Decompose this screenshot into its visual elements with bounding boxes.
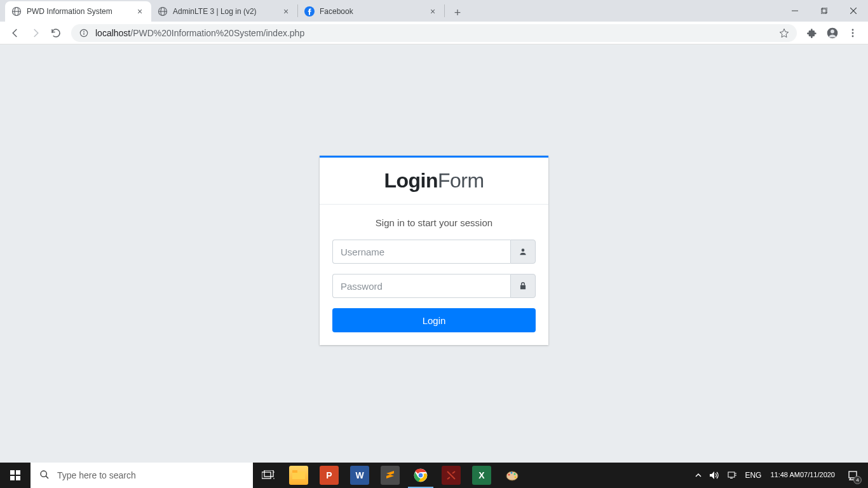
- svg-point-13: [83, 30, 85, 32]
- close-icon[interactable]: ×: [428, 6, 438, 17]
- svg-point-20: [522, 248, 525, 252]
- brand-title: LoginForm: [384, 169, 484, 192]
- windows-taskbar: Type here to search P W X: [0, 463, 868, 488]
- dota-icon[interactable]: [436, 463, 466, 488]
- taskbar-search[interactable]: Type here to search: [31, 463, 253, 488]
- svg-point-17: [852, 29, 854, 30]
- svg-point-39: [508, 474, 510, 476]
- url-path: /PWD%20Information%20System/index.php: [130, 28, 304, 38]
- tab-title: Facebook: [320, 7, 424, 16]
- svg-point-19: [852, 35, 854, 37]
- clock-date: 07/11/2020: [800, 471, 835, 480]
- paint-icon[interactable]: [497, 463, 527, 488]
- excel-icon[interactable]: X: [466, 463, 497, 488]
- lock-icon: [510, 274, 536, 298]
- globe-icon: [158, 6, 168, 17]
- password-input[interactable]: [332, 274, 510, 298]
- svg-rect-28: [262, 472, 271, 478]
- clock-time: 11:48 AM: [770, 471, 799, 480]
- close-window-button[interactable]: [839, 0, 868, 22]
- word-icon[interactable]: W: [344, 463, 375, 488]
- svg-rect-23: [16, 470, 20, 475]
- close-icon[interactable]: ×: [281, 6, 291, 17]
- task-icons: P W X: [253, 463, 527, 488]
- svg-rect-44: [730, 478, 733, 478]
- start-button[interactable]: [0, 463, 31, 488]
- browser-tab-active[interactable]: PWD Information System ×: [5, 1, 151, 22]
- login-card: LoginForm Sign in to start your session …: [320, 156, 548, 345]
- address-bar[interactable]: localhost/PWD%20Information%20System/ind…: [71, 24, 797, 42]
- username-input[interactable]: [332, 240, 510, 264]
- tab-title: PWD Information System: [27, 7, 131, 16]
- username-group: [332, 240, 536, 264]
- profile-icon[interactable]: [822, 23, 843, 43]
- facebook-icon: [304, 6, 315, 17]
- notification-badge: 4: [853, 476, 862, 484]
- svg-rect-25: [16, 476, 20, 480]
- network-icon[interactable]: [723, 463, 741, 488]
- system-tray: ENG 11:48 AM 07/11/2020 4: [691, 463, 868, 488]
- login-card-header: LoginForm: [320, 158, 548, 205]
- user-icon: [510, 240, 536, 264]
- taskbar-clock[interactable]: 11:48 AM 07/11/2020: [765, 463, 840, 488]
- svg-rect-29: [264, 470, 273, 477]
- browser-toolbar: localhost/PWD%20Information%20System/ind…: [0, 22, 868, 44]
- login-card-body: Sign in to start your session Login: [320, 205, 548, 345]
- svg-rect-8: [821, 9, 826, 14]
- kebab-menu-icon[interactable]: [843, 23, 863, 43]
- extensions-icon[interactable]: [802, 23, 822, 43]
- new-tab-button[interactable]: +: [449, 4, 466, 22]
- powerpoint-icon[interactable]: P: [314, 463, 344, 488]
- svg-point-41: [514, 473, 516, 475]
- login-message: Sign in to start your session: [332, 217, 536, 228]
- window-controls: [780, 0, 868, 22]
- search-placeholder: Type here to search: [57, 470, 136, 480]
- maximize-button[interactable]: [810, 0, 839, 22]
- close-icon[interactable]: ×: [135, 6, 145, 17]
- svg-rect-43: [728, 472, 735, 477]
- browser-tab[interactable]: AdminLTE 3 | Log in (v2) ×: [151, 1, 297, 22]
- svg-rect-24: [10, 476, 15, 480]
- tray-chevron-icon[interactable]: [691, 463, 705, 488]
- svg-point-42: [515, 477, 517, 478]
- notifications-icon[interactable]: 4: [840, 463, 865, 488]
- file-explorer-icon[interactable]: [283, 463, 314, 488]
- info-icon: [79, 28, 89, 38]
- page-viewport: LoginForm Sign in to start your session …: [0, 44, 868, 463]
- volume-icon[interactable]: [705, 463, 723, 488]
- reload-button[interactable]: [46, 23, 66, 43]
- forward-button[interactable]: [25, 23, 46, 43]
- search-icon: [39, 470, 50, 482]
- language-indicator[interactable]: ENG: [741, 463, 765, 488]
- svg-rect-9: [822, 8, 827, 13]
- browser-tab[interactable]: Facebook ×: [298, 1, 444, 22]
- svg-rect-33: [292, 470, 297, 473]
- svg-line-27: [46, 476, 48, 478]
- svg-point-26: [41, 471, 46, 477]
- bookmark-star-icon[interactable]: [779, 28, 789, 38]
- password-group: [332, 274, 536, 298]
- browser-tab-strip: PWD Information System × AdminLTE 3 | Lo…: [0, 0, 868, 22]
- url-host: localhost: [95, 28, 130, 38]
- login-button[interactable]: Login: [332, 308, 536, 332]
- svg-rect-22: [10, 470, 15, 475]
- svg-point-16: [831, 29, 834, 33]
- svg-point-40: [511, 472, 513, 474]
- svg-rect-21: [520, 285, 526, 289]
- chrome-icon[interactable]: [405, 463, 436, 488]
- task-view-icon[interactable]: [253, 463, 283, 488]
- tab-separator: [444, 4, 445, 17]
- back-button[interactable]: [5, 23, 25, 43]
- sublime-icon[interactable]: [375, 463, 405, 488]
- tab-title: AdminLTE 3 | Log in (v2): [173, 7, 277, 16]
- minimize-button[interactable]: [780, 0, 810, 22]
- svg-point-18: [852, 32, 854, 34]
- globe-icon: [11, 6, 22, 17]
